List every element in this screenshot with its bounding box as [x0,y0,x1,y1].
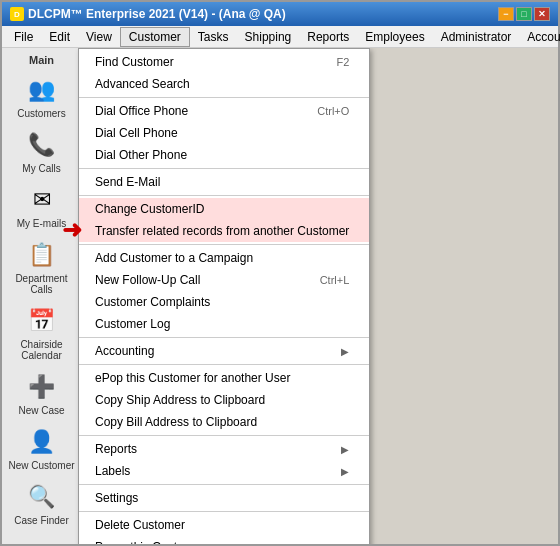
close-button[interactable]: ✕ [534,7,550,21]
menu-label: Customer Complaints [95,295,210,309]
menu-item-transfer-related-records-from-another-customer[interactable]: Transfer related records from another Cu… [79,220,369,242]
sidebar-label-chairside-calendar: Chairside Calendar [8,339,76,361]
submenu-arrow-icon: ▶ [341,466,349,477]
menu-label: Send E-Mail [95,175,160,189]
menu-label: Labels [95,464,130,478]
sidebar-item-case-finder[interactable]: 🔍Case Finder [6,477,78,530]
sidebar: Main 👥Customers📞My Calls✉My E-mails📋Depa… [2,48,82,544]
title-bar: D DLCPM™ Enterprise 2021 (V14) - (Ana @ … [2,2,558,26]
sidebar-label-department-calls: Department Calls [8,273,76,295]
menu-separator [79,244,369,245]
sidebar-item-new-customer[interactable]: 👤New Customer [6,422,78,475]
menu-item-new-follow-up-call[interactable]: New Follow-Up CallCtrl+L [79,269,369,291]
sidebar-section-label: Main [25,52,58,68]
sidebar-icon-customers: 👥 [26,74,58,106]
sidebar-label-new-case: New Case [18,405,64,416]
menu-label: New Follow-Up Call [95,273,200,287]
menu-label: Accounting [95,344,154,358]
menu-label: Purge this Customer [95,540,204,544]
app-icon: D [10,7,24,21]
menu-bar: FileEditViewCustomerTasksShippingReports… [2,26,558,48]
red-arrow-indicator: ➜ [62,216,82,244]
menu-item-file[interactable]: File [6,28,41,46]
menu-label: Dial Other Phone [95,148,187,162]
menu-item-purge-this-customer[interactable]: Purge this Customer [79,536,369,544]
menu-item-delete-customer[interactable]: Delete Customer [79,514,369,536]
sidebar-item-new-case[interactable]: ➕New Case [6,367,78,420]
menu-label: Settings [95,491,138,505]
menu-shortcut: Ctrl+O [317,105,349,117]
menu-item-dial-office-phone[interactable]: Dial Office PhoneCtrl+O [79,100,369,122]
sidebar-label-case-finder: Case Finder [14,515,68,526]
menu-item-customer[interactable]: Customer [120,27,190,47]
menu-label: Copy Bill Address to Clipboard [95,415,257,429]
menu-item-reports[interactable]: Reports [299,28,357,46]
menu-item-employees[interactable]: Employees [357,28,432,46]
menu-item-dial-other-phone[interactable]: Dial Other Phone [79,144,369,166]
menu-item-administrator[interactable]: Administrator [433,28,520,46]
submenu-arrow-icon: ▶ [341,444,349,455]
menu-label: Find Customer [95,55,174,69]
menu-item-add-customer-to-a-campaign[interactable]: Add Customer to a Campaign [79,247,369,269]
sidebar-label-customers: Customers [17,108,65,119]
menu-item-find-customer[interactable]: Find CustomerF2 [79,51,369,73]
menu-label: Add Customer to a Campaign [95,251,253,265]
menu-separator [79,511,369,512]
menu-separator [79,435,369,436]
menu-item-copy-ship-address-to-clipboard[interactable]: Copy Ship Address to Clipboard [79,389,369,411]
minimize-button[interactable]: − [498,7,514,21]
menu-separator [79,337,369,338]
sidebar-icon-department-calls: 📋 [26,239,58,271]
menu-item-accounting[interactable]: Accounting [519,28,560,46]
menu-item-view[interactable]: View [78,28,120,46]
menu-label: Customer Log [95,317,170,331]
menu-separator [79,364,369,365]
menu-item-settings[interactable]: Settings [79,487,369,509]
sidebar-item-customers[interactable]: 👥Customers [6,70,78,123]
menu-item-send-e-mail[interactable]: Send E-Mail [79,171,369,193]
menu-item-edit[interactable]: Edit [41,28,78,46]
sidebar-label-new-customer: New Customer [8,460,74,471]
main-window: D DLCPM™ Enterprise 2021 (V14) - (Ana @ … [0,0,560,546]
title-controls[interactable]: − □ ✕ [498,7,550,21]
sidebar-icon-case-finder: 🔍 [26,481,58,513]
menu-label: Transfer related records from another Cu… [95,224,349,238]
sidebar-item-department-calls[interactable]: 📋Department Calls [6,235,78,299]
maximize-button[interactable]: □ [516,7,532,21]
menu-shortcut: Ctrl+L [320,274,350,286]
menu-shortcut: F2 [336,56,349,68]
menu-item-copy-bill-address-to-clipboard[interactable]: Copy Bill Address to Clipboard [79,411,369,433]
customer-dropdown: Find CustomerF2Advanced SearchDial Offic… [78,48,370,544]
menu-separator [79,168,369,169]
menu-item-accounting[interactable]: Accounting▶ [79,340,369,362]
sidebar-icon-new-customer: 👤 [26,426,58,458]
menu-item-change-customerid[interactable]: Change CustomerID [79,198,369,220]
sidebar-item-invoice-case[interactable]: 🗂Invoice Case [6,532,78,544]
menu-item-shipping[interactable]: Shipping [237,28,300,46]
menu-label: Advanced Search [95,77,190,91]
window-title: DLCPM™ Enterprise 2021 (V14) - (Ana @ QA… [28,7,286,21]
sidebar-label-my-e-mails: My E-mails [17,218,66,229]
sidebar-item-my-calls[interactable]: 📞My Calls [6,125,78,178]
customer-dropdown-menu: Find CustomerF2Advanced SearchDial Offic… [78,48,370,544]
menu-label: ePop this Customer for another User [95,371,290,385]
menu-item-customer-log[interactable]: Customer Log [79,313,369,335]
menu-label: Reports [95,442,137,456]
menu-label: Dial Cell Phone [95,126,178,140]
menu-item-epop-this-customer-for-another-user[interactable]: ePop this Customer for another User [79,367,369,389]
menu-item-labels[interactable]: Labels▶ [79,460,369,482]
menu-label: Delete Customer [95,518,185,532]
sidebar-icon-chairside-calendar: 📅 [26,305,58,337]
sidebar-label-my-calls: My Calls [22,163,60,174]
sidebar-icon-my-calls: 📞 [26,129,58,161]
sidebar-icon-new-case: ➕ [26,371,58,403]
menu-item-dial-cell-phone[interactable]: Dial Cell Phone [79,122,369,144]
submenu-arrow-icon: ▶ [341,346,349,357]
menu-item-reports[interactable]: Reports▶ [79,438,369,460]
menu-item-tasks[interactable]: Tasks [190,28,237,46]
sidebar-item-chairside-calendar[interactable]: 📅Chairside Calendar [6,301,78,365]
menu-item-advanced-search[interactable]: Advanced Search [79,73,369,95]
menu-item-customer-complaints[interactable]: Customer Complaints [79,291,369,313]
title-bar-left: D DLCPM™ Enterprise 2021 (V14) - (Ana @ … [10,7,286,21]
menu-separator [79,195,369,196]
